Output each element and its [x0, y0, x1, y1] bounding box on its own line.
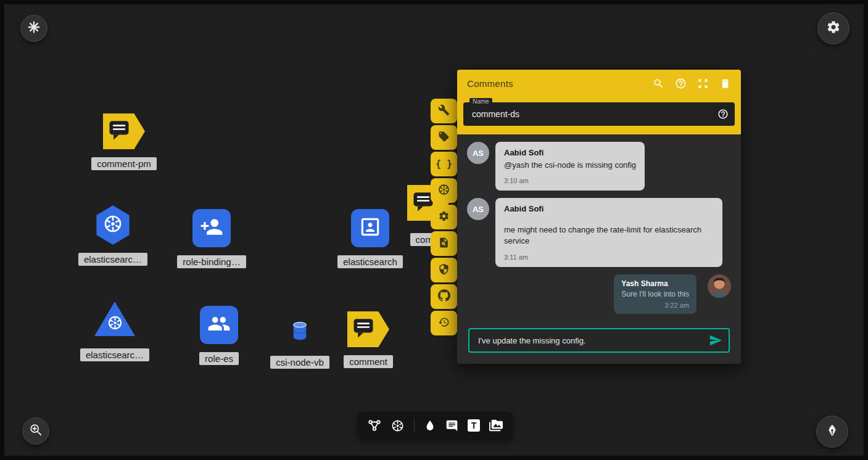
- wrench-tool-button[interactable]: [431, 99, 457, 123]
- name-field[interactable]: Name: [463, 102, 735, 126]
- comment-compose-row: [457, 321, 741, 364]
- message-author: Yash Sharma: [621, 279, 689, 288]
- design-canvas[interactable]: comment-pm elasticsearc… role-binding… e…: [4, 4, 864, 456]
- comment-thread: AS Aabid Sofi @yash the csi-node is miss…: [457, 134, 741, 321]
- node-label: comment-pm: [91, 157, 157, 170]
- message-author: Aabid Sofi: [504, 148, 636, 157]
- message-bubble: Aabid Sofi me might need to change the r…: [495, 198, 722, 266]
- settings-button[interactable]: [817, 12, 849, 44]
- database-cylinder-icon: [291, 321, 308, 343]
- message-author: Aabid Sofi: [504, 204, 714, 213]
- message-time: 3:11 am: [504, 253, 714, 261]
- message-text: @yash the csi-node is missing config: [504, 160, 636, 171]
- history-icon: [438, 316, 450, 331]
- zoom-button[interactable]: [22, 417, 49, 445]
- delete-icon[interactable]: [719, 78, 731, 89]
- kubernetes-wheel-icon[interactable]: [391, 419, 405, 433]
- message-row: AS Aabid Sofi me might need to change th…: [467, 198, 731, 266]
- help-icon[interactable]: [675, 78, 687, 89]
- comment-badge-icon: [352, 318, 374, 341]
- avatar-photo: [708, 274, 731, 298]
- node-elasticsearch-hex[interactable]: elasticsearc…: [64, 205, 162, 266]
- braces-tool-button[interactable]: { }: [431, 152, 457, 176]
- message-text: me might need to change the rate-limit f…: [504, 224, 714, 247]
- tag-icon: [438, 131, 450, 145]
- github-tool-button[interactable]: [431, 284, 457, 309]
- comment-tool-icon[interactable]: [445, 419, 458, 432]
- person-add-icon: [200, 215, 223, 241]
- bottom-dock: T: [358, 412, 513, 439]
- rounded-square-shape: [192, 209, 231, 247]
- shield-tool-button[interactable]: [431, 258, 457, 282]
- pen-tool-button[interactable]: [816, 416, 848, 448]
- node-elasticsearch-tri[interactable]: elasticsearc…: [65, 302, 164, 361]
- wrench-icon: [438, 104, 450, 118]
- node-label: elasticsearch: [337, 255, 403, 268]
- portrait-person-icon: [358, 215, 382, 241]
- github-icon: [438, 289, 450, 304]
- shield-icon: [438, 263, 450, 277]
- node-label: elasticsearc…: [80, 348, 149, 361]
- node-label: elasticsearc…: [78, 253, 147, 266]
- panel-title: Comments: [467, 78, 513, 89]
- node-comment-pm[interactable]: comment-pm: [75, 113, 173, 170]
- message-bubble: Yash Sharma Sure I'll look into this 3:2…: [614, 274, 696, 314]
- zoom-in-icon: [29, 423, 43, 439]
- message-row: Yash Sharma Sure I'll look into this 3:2…: [467, 274, 731, 314]
- droplet-icon[interactable]: [424, 419, 436, 432]
- pen-nib-icon: [825, 424, 839, 440]
- comment-input-box[interactable]: [468, 328, 730, 353]
- triangle-shape: [94, 302, 135, 336]
- message-bubble: Aabid Sofi @yash the csi-node is missing…: [495, 142, 645, 191]
- node-elasticsearch-sa[interactable]: elasticsearch: [321, 209, 420, 268]
- avatar: AS: [467, 198, 489, 220]
- kubernetes-wheel-icon: [437, 183, 450, 199]
- help-circle-icon[interactable]: [717, 109, 729, 120]
- name-input[interactable]: [471, 109, 710, 120]
- text-tool-icon[interactable]: T: [468, 419, 480, 432]
- comment-shape: [103, 113, 145, 149]
- expand-icon[interactable]: [697, 78, 709, 89]
- gear-icon: [826, 20, 841, 37]
- settings-tool-button[interactable]: [431, 205, 457, 229]
- comments-panel: Comments Name AS Aabid Sofi @yash the cs…: [457, 70, 741, 364]
- group-people-icon: [207, 312, 231, 338]
- gear-icon: [438, 210, 450, 224]
- node-role-binding[interactable]: role-binding…: [162, 209, 261, 268]
- rounded-square-shape: [351, 209, 389, 247]
- message-time: 3:22 am: [621, 302, 689, 309]
- message-time: 3:10 am: [504, 177, 636, 184]
- braces-icon: { }: [436, 158, 452, 170]
- name-field-block: Name: [457, 97, 741, 134]
- doc-search-tool-button[interactable]: [431, 231, 457, 256]
- kubernetes-wheel-icon: [102, 213, 123, 237]
- node-action-toolbar: { }: [431, 99, 457, 335]
- search-icon[interactable]: [653, 78, 664, 89]
- message-text: Sure I'll look into this: [621, 289, 689, 300]
- dock-divider: [414, 418, 415, 433]
- node-comment[interactable]: comment: [319, 311, 418, 368]
- history-tool-button[interactable]: [431, 311, 457, 335]
- media-icon[interactable]: [489, 419, 503, 432]
- node-label: role-es: [199, 352, 239, 365]
- rounded-square-shape: [200, 306, 238, 344]
- kubernetes-wheel-icon: [107, 314, 123, 334]
- send-icon[interactable]: [709, 334, 722, 347]
- message-row: AS Aabid Sofi @yash the csi-node is miss…: [467, 142, 731, 191]
- comment-shape: [347, 311, 389, 347]
- doc-search-icon: [438, 237, 450, 251]
- comment-input[interactable]: [477, 335, 704, 346]
- node-label: role-binding…: [177, 255, 246, 268]
- node-label: comment: [344, 355, 393, 368]
- avatar: AS: [467, 142, 489, 164]
- name-field-label: Name: [469, 98, 492, 105]
- tag-tool-button[interactable]: [431, 125, 457, 150]
- comments-panel-header: Comments: [457, 70, 741, 97]
- app-logo-asterisk-icon: [27, 20, 41, 36]
- hexagon-shape: [95, 205, 131, 245]
- app-logo-button[interactable]: [20, 15, 48, 42]
- comment-badge-icon: [108, 120, 130, 143]
- topology-icon[interactable]: [368, 419, 381, 432]
- kubernetes-tool-button[interactable]: [431, 178, 457, 203]
